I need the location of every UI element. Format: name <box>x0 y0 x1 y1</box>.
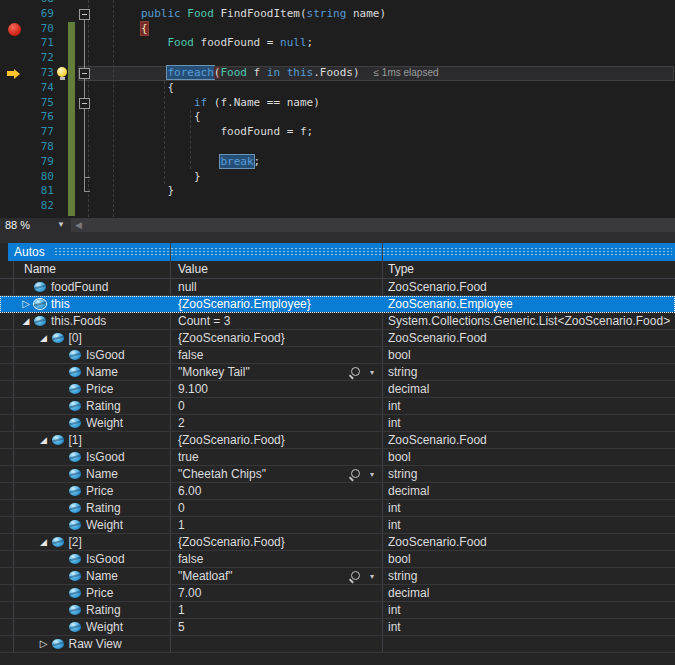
member-icon <box>34 282 46 292</box>
autos-row[interactable]: ▷Raw View <box>0 636 675 653</box>
code-line-71[interactable]: 71 Food foodFound = null; <box>0 36 675 51</box>
value-cell[interactable]: 2 <box>170 415 382 431</box>
code-line-79[interactable]: 79 break; <box>0 155 675 170</box>
value-cell[interactable]: 0 <box>170 398 382 414</box>
expander-expanded-icon[interactable]: ◢ <box>20 313 32 329</box>
scroll-left-arrow-icon[interactable]: ◀ <box>75 218 82 232</box>
value-cell[interactable]: 0 <box>170 500 382 516</box>
value-cell[interactable]: Count = 3 <box>170 313 382 329</box>
value-cell[interactable]: {ZooScenario.Food} <box>170 330 382 346</box>
value-cell[interactable]: "Meatloaf"▾ <box>170 568 382 584</box>
autos-row[interactable]: ▷this{ZooScenario.Employee}ZooScenario.E… <box>0 296 675 313</box>
value-cell[interactable]: null <box>170 279 382 295</box>
code-line-82[interactable]: 82 <box>0 199 675 214</box>
autos-row[interactable]: ◢[1]{ZooScenario.Food}ZooScenario.Food <box>0 432 675 449</box>
column-header-value[interactable]: Value <box>178 261 208 279</box>
visualizer-dropdown-icon[interactable]: ▾ <box>370 468 374 481</box>
magnifier-icon[interactable] <box>351 571 360 580</box>
value-cell[interactable]: 1 <box>170 602 382 618</box>
autos-row[interactable]: ◢[2]{ZooScenario.Food}ZooScenario.Food <box>0 534 675 551</box>
fold-collapse-box[interactable] <box>79 9 90 20</box>
name-cell: ◢this.Foods <box>0 313 170 329</box>
magnifier-icon[interactable] <box>351 367 360 376</box>
horizontal-scrollbar[interactable]: ◀ <box>71 218 675 232</box>
value-cell[interactable]: "Cheetah Chips"▾ <box>170 466 382 482</box>
autos-row[interactable]: Price7.00decimal <box>0 585 675 602</box>
autos-row[interactable]: Rating0int <box>0 500 675 517</box>
type-cell <box>382 636 675 652</box>
row-type: decimal <box>388 585 429 601</box>
expander-expanded-icon[interactable]: ◢ <box>38 330 50 346</box>
line-number: 77 <box>0 125 54 140</box>
line-number: 74 <box>0 81 54 96</box>
column-header-type[interactable]: Type <box>388 261 414 279</box>
autos-row[interactable]: IsGoodfalsebool <box>0 551 675 568</box>
code-line-81[interactable]: 81 } <box>0 184 675 199</box>
value-cell[interactable]: 5 <box>170 619 382 635</box>
value-cell[interactable]: false <box>170 551 382 567</box>
lightbulb-icon[interactable] <box>57 67 67 80</box>
code-line-68[interactable]: 68 <box>0 0 675 7</box>
autos-row[interactable]: Rating1int <box>0 602 675 619</box>
code-line-75[interactable]: 75 if (f.Name == name) <box>0 96 675 111</box>
autos-row[interactable]: Weight2int <box>0 415 675 432</box>
visualizer-dropdown-icon[interactable]: ▾ <box>370 570 374 583</box>
code-text: } <box>88 184 174 199</box>
value-cell[interactable]: 6.00 <box>170 483 382 499</box>
value-cell[interactable]: true <box>170 449 382 465</box>
autos-row[interactable]: Name"Monkey Tail"▾string <box>0 364 675 381</box>
code-line-73[interactable]: 73 foreach(Food f in this.Foods)≤ 1ms el… <box>0 66 675 81</box>
code-token <box>88 155 220 168</box>
code-text: Food foodFound = null; <box>88 36 313 51</box>
code-line-72[interactable]: 72 <box>0 51 675 66</box>
code-line-77[interactable]: 77 foodFound = f; <box>0 125 675 140</box>
autos-row[interactable]: Name"Cheetah Chips"▾string <box>0 466 675 483</box>
code-line-76[interactable]: 76 { <box>0 110 675 125</box>
value-cell[interactable]: 9.100 <box>170 381 382 397</box>
member-icon <box>69 622 81 632</box>
line-number: 75 <box>0 96 54 111</box>
autos-row[interactable]: Price6.00decimal <box>0 483 675 500</box>
value-cell[interactable]: {ZooScenario.Food} <box>170 432 382 448</box>
autos-row[interactable]: Weight5int <box>0 619 675 636</box>
code-line-74[interactable]: 74 { <box>0 81 675 96</box>
autos-row[interactable]: IsGoodfalsebool <box>0 347 675 364</box>
row-type: ZooScenario.Food <box>388 534 487 550</box>
value-cell[interactable]: {ZooScenario.Employee} <box>170 296 382 312</box>
value-cell[interactable]: false <box>170 347 382 363</box>
autos-title-bar[interactable]: Autos <box>8 243 675 261</box>
breakpoint-icon[interactable] <box>8 23 21 36</box>
arrow-shaft <box>7 71 14 76</box>
expander-collapsed-icon[interactable]: ▷ <box>20 296 32 312</box>
code-line-80[interactable]: 80 } <box>0 170 675 185</box>
value-cell[interactable] <box>170 636 382 652</box>
expander-expanded-icon[interactable]: ◢ <box>38 432 50 448</box>
autos-row[interactable]: Price9.100decimal <box>0 381 675 398</box>
code-line-70[interactable]: 70 { <box>0 22 675 37</box>
chevron-down-icon[interactable]: ▼ <box>57 218 65 232</box>
fold-collapse-box[interactable] <box>79 68 90 79</box>
code-line-78[interactable]: 78 <box>0 140 675 155</box>
value-cell[interactable]: 7.00 <box>170 585 382 601</box>
autos-row[interactable]: Name"Meatloaf"▾string <box>0 568 675 585</box>
autos-row[interactable]: ◢this.FoodsCount = 3System.Collections.G… <box>0 313 675 330</box>
autos-row[interactable]: foodFoundnullZooScenario.Food <box>0 279 675 296</box>
expander-collapsed-icon[interactable]: ▷ <box>38 636 50 652</box>
code-text: } <box>88 170 201 185</box>
autos-row[interactable]: Rating0int <box>0 398 675 415</box>
expander-expanded-icon[interactable]: ◢ <box>38 534 50 550</box>
value-cell[interactable]: 1 <box>170 517 382 533</box>
code-line-69[interactable]: 69 public Food FindFoodItem(string name) <box>0 7 675 22</box>
zoom-dropdown[interactable]: 88 % ▼ <box>0 218 71 232</box>
code-editor[interactable]: 6869 public Food FindFoodItem(string nam… <box>0 0 675 218</box>
row-type: int <box>388 398 401 414</box>
value-cell[interactable]: "Monkey Tail"▾ <box>170 364 382 380</box>
autos-row[interactable]: IsGoodtruebool <box>0 449 675 466</box>
visualizer-dropdown-icon[interactable]: ▾ <box>370 366 374 379</box>
magnifier-icon[interactable] <box>351 469 360 478</box>
autos-row[interactable]: Weight1int <box>0 517 675 534</box>
value-cell[interactable]: {ZooScenario.Food} <box>170 534 382 550</box>
autos-row[interactable]: ◢[0]{ZooScenario.Food}ZooScenario.Food <box>0 330 675 347</box>
column-header-name[interactable]: Name <box>24 261 56 279</box>
fold-collapse-box[interactable] <box>79 98 90 109</box>
